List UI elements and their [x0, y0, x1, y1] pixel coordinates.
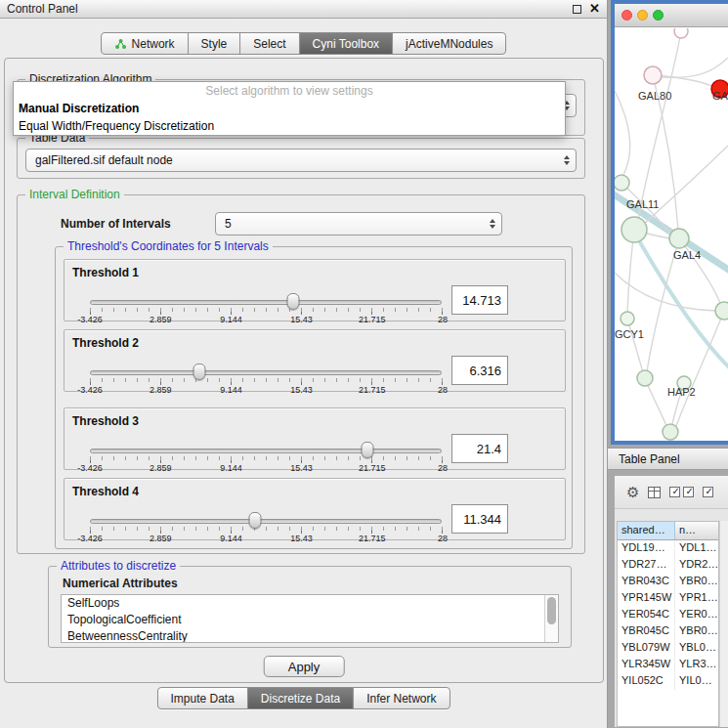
name-cell[interactable]: YDR2…	[675, 557, 718, 574]
network-node[interactable]	[621, 217, 647, 242]
table-row[interactable]: YER054CYER0…	[618, 607, 718, 623]
columns-icon[interactable]	[648, 487, 661, 498]
column-header-name[interactable]: n…	[675, 522, 718, 539]
scrollbar-thumb[interactable]	[547, 597, 556, 624]
tab-discretize-data[interactable]: Discretize Data	[248, 688, 354, 708]
column-header-shared-name[interactable]: shared…	[618, 522, 675, 539]
list-item[interactable]: BetweennessCentrality	[62, 628, 558, 643]
threshold-value-input[interactable]	[451, 356, 508, 385]
slider-track[interactable]	[90, 300, 442, 305]
list-item[interactable]: SelfLoops	[62, 595, 558, 612]
slider-track[interactable]	[90, 519, 442, 524]
list-scrollbar[interactable]	[544, 595, 558, 642]
network-node[interactable]	[637, 370, 653, 386]
table-panel-header[interactable]: Table Panel	[608, 448, 728, 470]
shared-name-cell[interactable]: YER054C	[618, 607, 675, 623]
shared-name-cell[interactable]: YPR145W	[618, 590, 675, 607]
algorithm-dropdown-list: Select algorithm to view settings Manual…	[13, 81, 566, 136]
threshold-slider[interactable]: -3.426 2.859 9.144 15.43 21.715 28	[90, 440, 442, 471]
list-item[interactable]: TopologicalCoefficient	[62, 612, 558, 628]
table-row[interactable]: YBR045CYBR0…	[618, 623, 718, 640]
shared-name-cell[interactable]: YIL052C	[618, 673, 675, 690]
network-node[interactable]	[663, 424, 678, 440]
shared-name-cell[interactable]: YDL19…	[618, 540, 675, 557]
tab-label: Network	[132, 37, 175, 51]
table-data-select[interactable]: galFiltered.sif default node	[25, 149, 577, 172]
tab-select[interactable]: Select	[240, 33, 299, 54]
network-canvas[interactable]: GAL80GAGAL11GAL4GCY1HAP2	[615, 28, 728, 441]
slider-thumb-icon[interactable]	[249, 512, 262, 529]
tab-network[interactable]: Network	[102, 33, 189, 54]
tab-style[interactable]: Style	[189, 33, 241, 54]
name-cell[interactable]: YBR0…	[675, 574, 718, 590]
checkbox-icon[interactable]	[669, 487, 680, 497]
network-edge[interactable]	[627, 319, 643, 372]
slider-thumb-icon[interactable]	[362, 442, 374, 458]
slider-thumb-icon[interactable]	[193, 364, 205, 380]
shared-name-cell[interactable]: YBR045C	[618, 623, 675, 640]
apply-button[interactable]: Apply	[264, 656, 345, 677]
float-window-icon[interactable]	[573, 5, 581, 14]
close-traffic-light-icon[interactable]	[621, 10, 632, 21]
tab-jactivemnodules[interactable]: jActiveMNodules	[393, 33, 505, 54]
threshold-value-input[interactable]	[451, 434, 508, 463]
slider-minor-ticks	[90, 527, 443, 531]
shared-name-cell[interactable]: YBR043C	[618, 574, 675, 590]
network-node[interactable]	[715, 302, 728, 320]
threshold-slider[interactable]: -3.426 2.859 9.144 15.43 21.715 28	[90, 291, 442, 322]
interval-definition-group: Interval Definition Number of Intervals …	[17, 194, 585, 554]
number-of-intervals-select[interactable]: 5	[215, 212, 502, 236]
name-cell[interactable]: YLR3…	[675, 657, 718, 673]
table-scrollbar[interactable]	[719, 521, 728, 727]
table-row[interactable]: YDL19…YDL1…	[618, 540, 718, 557]
numerical-attributes-list[interactable]: SelfLoops TopologicalCoefficient Between…	[61, 594, 559, 643]
tab-cyni-toolbox[interactable]: Cyni Toolbox	[300, 33, 393, 54]
network-edge[interactable]	[615, 91, 630, 177]
network-node[interactable]	[644, 66, 662, 84]
network-node[interactable]	[621, 312, 634, 325]
select-columns-icon[interactable]	[669, 487, 694, 497]
name-cell[interactable]: YBR0…	[675, 623, 718, 640]
threshold-value-input[interactable]	[451, 285, 508, 315]
slider-track[interactable]	[90, 449, 442, 453]
node-table: shared… n… YDL19…YDL1…YDR27…YDR2…YBR043C…	[617, 521, 719, 727]
table-row[interactable]: YBL079WYBL0…	[618, 640, 718, 657]
table-row[interactable]: YLR345WYLR3…	[618, 657, 718, 673]
name-cell[interactable]: YDL1…	[675, 540, 718, 557]
checkbox-icon[interactable]	[683, 487, 694, 497]
name-cell[interactable]: YPR1…	[675, 590, 718, 607]
dropdown-option-manual[interactable]: Manual Discretization	[14, 100, 565, 117]
group-title: Threshold's Coordinates for 5 Intervals	[64, 239, 273, 253]
name-cell[interactable]: YIL0…	[675, 673, 718, 690]
shared-name-cell[interactable]: YDR27…	[618, 557, 675, 574]
network-node-label: GCY1	[615, 328, 644, 340]
network-node[interactable]	[669, 229, 689, 248]
network-node[interactable]	[615, 175, 629, 191]
slider-track[interactable]	[90, 370, 442, 375]
threshold-slider[interactable]: -3.426 2.859 9.144 15.43 21.715 28	[90, 362, 442, 393]
shared-name-cell[interactable]: YBL079W	[618, 640, 675, 657]
gear-icon[interactable]: ⚙	[626, 485, 639, 499]
name-cell[interactable]: YBL0…	[675, 640, 718, 657]
table-row[interactable]: YDR27…YDR2…	[618, 557, 718, 574]
table-row[interactable]: YBR043CYBR0…	[618, 574, 718, 590]
tab-impute-data[interactable]: Impute Data	[157, 688, 247, 708]
shared-name-cell[interactable]: YLR345W	[618, 657, 675, 673]
network-edge[interactable]	[644, 146, 728, 224]
threshold-slider[interactable]: -3.426 2.859 9.144 15.43 21.715 28	[90, 510, 442, 541]
tab-infer-network[interactable]: Infer Network	[354, 688, 449, 708]
network-node-label: GAL4	[673, 249, 701, 261]
zoom-traffic-light-icon[interactable]	[653, 10, 664, 21]
slider-thumb-icon[interactable]	[286, 293, 299, 310]
name-cell[interactable]: YER0…	[675, 607, 718, 623]
dropdown-placeholder-option[interactable]: Select algorithm to view settings	[14, 82, 565, 100]
table-row[interactable]: YPR145WYPR1…	[618, 590, 718, 607]
network-node[interactable]	[674, 28, 688, 38]
close-icon[interactable]: ✕	[589, 4, 600, 14]
dropdown-option-equal-width[interactable]: Equal Width/Frequency Discretization	[14, 117, 565, 135]
network-edge[interactable]	[676, 311, 724, 426]
minimize-traffic-light-icon[interactable]	[637, 10, 648, 21]
table-row[interactable]: YIL052CYIL0…	[618, 673, 718, 690]
checkbox-icon[interactable]	[703, 487, 713, 497]
threshold-value-input[interactable]	[451, 504, 508, 534]
